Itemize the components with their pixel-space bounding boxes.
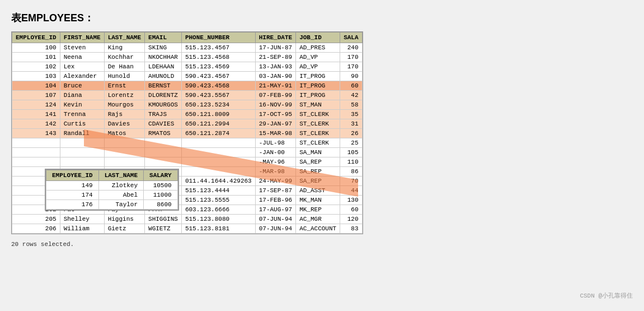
col-sala: SALA [340, 33, 362, 43]
sub-table-wrapper: EMPLOYEE_ID LAST_NAME SALARY 149Zlotkey1… [45, 169, 179, 211]
sub-col-last-name: LAST_NAME [98, 170, 143, 181]
sub-table-row: 149Zlotkey10500 [46, 181, 178, 191]
col-first-name: FIRST_NAME [60, 33, 104, 43]
table-row: -MAY-96SA_REP110 [12, 157, 363, 167]
table-row: -JAN-00SA_MAN105 [12, 148, 363, 157]
col-email: EMAIL [145, 33, 182, 43]
col-last-name: LAST_NAME [104, 33, 144, 43]
sub-header-row: EMPLOYEE_ID LAST_NAME SALARY [46, 170, 178, 181]
page-title: 表EMPLOYEES： [11, 11, 633, 25]
table-row: 143RandallMatosRMATOS650.121.287415-MAR-… [12, 129, 363, 138]
table-row: 141TrennaRajsTRAJS650.121.800917-OCT-95S… [12, 110, 363, 119]
sub-table-row: 174Abel11000 [46, 191, 178, 200]
col-phone-number: PHONE_NUMBER [181, 33, 255, 43]
table-header-row: EMPLOYEE_ID FIRST_NAME LAST_NAME EMAIL P… [12, 33, 363, 43]
col-employee-id: EMPLOYEE_ID [12, 33, 60, 43]
table-row: 104BruceErnstBERNST590.423.456821-MAY-91… [12, 81, 363, 91]
table-row: 107DianaLorentzDLORENTZ590.423.556707-FE… [12, 91, 363, 100]
table-row: 101NeenaKochharNKOCHHAR515.123.456821-SE… [12, 53, 363, 62]
table-row: 142CurtisDaviesCDAVIES650.121.299429-JAN… [12, 119, 363, 129]
table-row: 103AlexanderHunoldAHUNOLD590.423.456703-… [12, 72, 363, 81]
table-row: 206WilliamGietzWGIETZ515.123.818107-JUN-… [12, 224, 363, 234]
col-job-id: JOB_ID [296, 33, 340, 43]
col-hire-date: HIRE_DATE [255, 33, 295, 43]
sub-col-employee-id: EMPLOYEE_ID [46, 170, 99, 181]
table-row: 124KevinMourgosKMOURGOS650.123.523416-NO… [12, 100, 363, 110]
table-row: 100StevenKingSKING515.123.456717-JUN-87A… [12, 43, 363, 53]
sub-table-row: 176Taylor8600 [46, 200, 178, 210]
table-row: 205ShelleyHigginsSHIGGINS515.123.808007-… [12, 215, 363, 224]
table-row: -JUL-98ST_CLERK25 [12, 138, 363, 148]
footer-text: 20 rows selected. [11, 241, 633, 248]
sub-col-salary: SALARY [144, 170, 178, 181]
sub-query-table: EMPLOYEE_ID LAST_NAME SALARY 149Zlotkey1… [46, 170, 178, 210]
table-row: 102LexDe HaanLDEHAAN515.123.456913-JAN-9… [12, 62, 363, 72]
